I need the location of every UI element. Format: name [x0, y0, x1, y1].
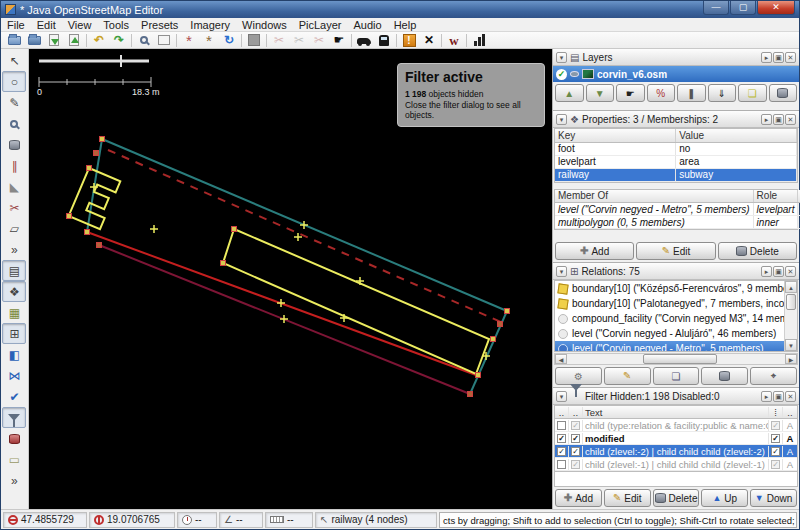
- relation-item[interactable]: boundary[10] ("Palotanegyed", 7 members,…: [555, 296, 784, 311]
- split-way-icon[interactable]: ✂: [269, 32, 289, 48]
- layer-merge-button[interactable]: ⇓: [708, 84, 737, 102]
- dock-icon[interactable]: ▸: [761, 52, 772, 63]
- filter-row-selected[interactable]: child (zlevel:-2) | child child child (z…: [555, 445, 797, 458]
- open-icon[interactable]: [4, 32, 24, 48]
- menu-tools[interactable]: Tools: [97, 18, 135, 32]
- draw-way-tool-icon[interactable]: ✎: [2, 92, 26, 113]
- chart-icon[interactable]: [469, 32, 489, 48]
- layer-opacity-button[interactable]: ❚: [677, 84, 706, 102]
- layers-panel-toggle-icon[interactable]: ▤: [2, 260, 26, 281]
- add-tag-button[interactable]: ✚Add: [555, 242, 634, 260]
- mappaint-styles-icon[interactable]: [244, 32, 264, 48]
- more-tools-icon[interactable]: »: [2, 239, 26, 260]
- mappaint-panel-toggle-icon[interactable]: ▦: [2, 302, 26, 323]
- filter-row[interactable]: child (type:relation & facility:public &…: [555, 419, 797, 432]
- menu-presets[interactable]: Presets: [135, 18, 184, 32]
- text-column-header[interactable]: Text: [583, 407, 769, 418]
- warning-icon[interactable]: !: [399, 32, 419, 48]
- edit-tag-button[interactable]: ✎Edit: [636, 242, 715, 260]
- select-tool-icon[interactable]: ↖: [2, 50, 26, 71]
- filter-panel-toggle-icon[interactable]: [2, 407, 26, 428]
- maximize-button[interactable]: ▢: [730, 1, 756, 15]
- relation-item[interactable]: compound_facility ("Corvin negyed M3", 1…: [555, 311, 784, 326]
- new-relation-button[interactable]: ⚙: [555, 367, 602, 385]
- menu-view[interactable]: View: [62, 18, 98, 32]
- mode-column-header[interactable]: ..: [783, 407, 797, 418]
- relations-panel-toggle-icon[interactable]: ⊞: [2, 323, 26, 344]
- duplicate-relation-button[interactable]: ❏: [653, 367, 700, 385]
- wms-icon[interactable]: w: [444, 32, 464, 48]
- minimize-button[interactable]: —: [703, 1, 729, 15]
- close-panel-icon[interactable]: ✕: [785, 114, 796, 125]
- menu-piclayer[interactable]: PicLayer: [293, 18, 348, 32]
- hiding-column-header[interactable]: ..: [569, 407, 583, 418]
- relation-item[interactable]: level ("Corvin negyed - Aluljáró", 46 me…: [555, 326, 784, 341]
- value-column-header[interactable]: Value: [676, 129, 797, 142]
- collapse-icon[interactable]: ▾: [556, 266, 567, 277]
- scroll-right-icon[interactable]: ▶: [785, 354, 797, 364]
- selection-panel-toggle-icon[interactable]: ⋈: [2, 365, 26, 386]
- sticky-icon[interactable]: ▣: [773, 52, 784, 63]
- redo-icon[interactable]: ↷: [109, 32, 129, 48]
- combine-way-icon[interactable]: ✂: [289, 32, 309, 48]
- inverted-checkbox[interactable]: [771, 460, 780, 469]
- extrude-tool-icon[interactable]: ▱: [2, 218, 26, 239]
- save-icon[interactable]: [44, 32, 64, 48]
- refresh-icon[interactable]: ↻: [219, 32, 239, 48]
- hiding-checkbox[interactable]: [571, 434, 580, 443]
- preferences-icon[interactable]: [154, 32, 174, 48]
- scroll-down-icon[interactable]: ▼: [785, 339, 797, 351]
- relation-item-selected[interactable]: level ("Corvin negyed - Metro", 5 member…: [555, 341, 784, 351]
- layer-delete-button[interactable]: [769, 84, 798, 102]
- inverted-checkbox[interactable]: [771, 447, 780, 456]
- delete-icon[interactable]: ✕: [419, 32, 439, 48]
- menu-edit[interactable]: Edit: [31, 18, 62, 32]
- enabled-checkbox[interactable]: [557, 434, 566, 443]
- layer-visibility-button[interactable]: %: [647, 84, 676, 102]
- filter-row[interactable]: child (zlevel:-1) | child child child (z…: [555, 458, 797, 471]
- unglue-node-icon[interactable]: ✂: [309, 32, 329, 48]
- hand-tool-icon[interactable]: ☛: [329, 32, 349, 48]
- layer-duplicate-button[interactable]: ❏: [738, 84, 767, 102]
- relations-vertical-scrollbar[interactable]: ▲ ▼: [784, 281, 797, 351]
- layer-activate-button[interactable]: ☛: [616, 84, 645, 102]
- search-icon[interactable]: [134, 32, 154, 48]
- hiding-checkbox[interactable]: [571, 421, 580, 430]
- enabled-checkbox[interactable]: [557, 421, 566, 430]
- dock-icon[interactable]: ▸: [761, 266, 772, 277]
- menu-help[interactable]: Help: [388, 18, 423, 32]
- move-filter-up-button[interactable]: ▲Up: [701, 489, 748, 507]
- collapse-icon[interactable]: ▾: [556, 52, 567, 63]
- improve-accuracy-tool-icon[interactable]: ◣: [2, 176, 26, 197]
- close-panel-icon[interactable]: ✕: [785, 266, 796, 277]
- close-panel-icon[interactable]: ✕: [785, 52, 796, 63]
- layer-row-corvin[interactable]: ✓ corvin_v6.osm: [553, 66, 799, 82]
- parallel-way-tool-icon[interactable]: ∥: [2, 155, 26, 176]
- membership-row[interactable]: multipolygon (0, 5 members)inner2-3: [555, 216, 800, 229]
- inverted-checkbox[interactable]: [771, 434, 780, 443]
- inverted-checkbox[interactable]: [771, 421, 780, 430]
- tags-panel-toggle-icon[interactable]: ▭: [2, 449, 26, 470]
- enabled-checkbox[interactable]: [557, 460, 566, 469]
- edit-filter-button[interactable]: ✎Edit: [604, 489, 651, 507]
- delete-relation-button[interactable]: [701, 367, 748, 385]
- validator-panel-toggle-icon[interactable]: ✔: [2, 386, 26, 407]
- key-column-header[interactable]: Key: [555, 129, 676, 142]
- relation-item[interactable]: boundary[10] ("Középső-Ferencváros", 9 m…: [555, 281, 784, 296]
- close-panel-icon[interactable]: ✕: [785, 391, 796, 402]
- filter-row[interactable]: modified A: [555, 432, 797, 445]
- orient-way-icon[interactable]: *: [199, 32, 219, 48]
- scrollbar-thumb[interactable]: [643, 354, 717, 364]
- changeset-panel-toggle-icon[interactable]: [2, 428, 26, 449]
- collapse-icon[interactable]: ▾: [556, 114, 567, 125]
- undo-icon[interactable]: ↶: [89, 32, 109, 48]
- sticky-icon[interactable]: ▣: [773, 266, 784, 277]
- tag-row-selected[interactable]: railwaysubway: [555, 168, 797, 181]
- menu-windows[interactable]: Windows: [236, 18, 293, 32]
- move-filter-down-button[interactable]: ▼Down: [750, 489, 797, 507]
- menu-audio[interactable]: Audio: [348, 18, 388, 32]
- car-icon[interactable]: [354, 32, 374, 48]
- enabled-column-header[interactable]: ..: [555, 407, 569, 418]
- hiding-checkbox[interactable]: [571, 460, 580, 469]
- enabled-checkbox[interactable]: [557, 447, 566, 456]
